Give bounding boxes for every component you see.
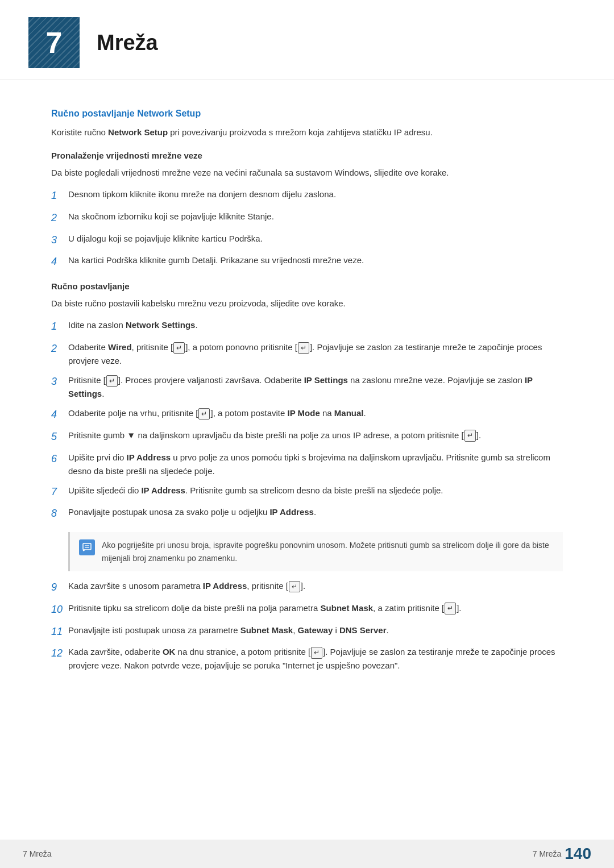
list-item: 11 Ponavljajte isti postupak unosa za pa… <box>51 624 563 640</box>
list-item: 7 Upišite sljedeći dio IP Address. Priti… <box>51 484 563 500</box>
list-item: 3 U dijalogu koji se pojavljuje kliknite… <box>51 232 563 248</box>
footer-chapter-text: 7 Mreža <box>533 849 562 858</box>
section-heading: Ručno postavljanje Network Setup <box>51 109 563 119</box>
list-item: 10 Pritisnite tipku sa strelicom dolje d… <box>51 601 563 618</box>
main-content: Ručno postavljanje Network Setup Koristi… <box>0 80 614 717</box>
note-svg-icon <box>82 542 92 553</box>
footer-page-number: 140 <box>565 845 591 863</box>
list-item: 4 Na kartici Podrška kliknite gumb Detal… <box>51 254 563 270</box>
note-box: Ako pogriješite pri unosu broja, ispravi… <box>68 532 563 571</box>
chapter-number: 7 <box>46 26 63 60</box>
footer: 7 Mreža 7 Mreža 140 <box>0 840 614 868</box>
list-item: 5 Pritisnite gumb ▼ na daljinskom upravl… <box>51 429 563 445</box>
footer-chapter-label: 7 Mreža <box>23 849 52 858</box>
sub2-steps-cont: 9 Kada završite s unosom parametra IP Ad… <box>51 579 563 672</box>
list-item: 6 Upišite prvi dio IP Address u prvo pol… <box>51 451 563 478</box>
list-item: 3 Pritisnite [↵]. Proces provjere valjan… <box>51 373 563 401</box>
list-item: 4 Odaberite polje na vrhu, pritisnite [↵… <box>51 406 563 423</box>
list-item: 12 Kada završite, odaberite OK na dnu st… <box>51 645 563 672</box>
list-item: 8 Ponavljajte postupak unosa za svako po… <box>51 505 563 522</box>
chapter-header: 7 Mreža <box>0 0 614 80</box>
chapter-title: Mreža <box>97 31 158 55</box>
note-icon <box>79 539 95 555</box>
sub-heading-2: Ručno postavljanje <box>51 281 563 291</box>
footer-right: 7 Mreža 140 <box>533 845 591 863</box>
sub-heading-1: Pronalaženje vrijednosti mrežne veze <box>51 151 563 160</box>
note-text: Ako pogriješite pri unosu broja, ispravi… <box>102 539 554 564</box>
section-intro: Koristite ručno Network Setup pri povezi… <box>51 126 563 139</box>
sub2-intro: Da biste ručno postavili kabelsku mrežnu… <box>51 297 563 310</box>
sub1-intro: Da biste pogledali vrijednosti mrežne ve… <box>51 166 563 180</box>
list-item: 1 Desnom tipkom kliknite ikonu mreže na … <box>51 188 563 204</box>
list-item: 2 Odaberite Wired, pritisnite [↵], a pot… <box>51 340 563 368</box>
list-item: 9 Kada završite s unosom parametra IP Ad… <box>51 579 563 596</box>
sub2-steps: 1 Idite na zaslon Network Settings. 2 Od… <box>51 318 563 522</box>
list-item: 1 Idite na zaslon Network Settings. <box>51 318 563 335</box>
list-item: 2 Na skočnom izborniku koji se pojavljuj… <box>51 210 563 226</box>
chapter-number-block: 7 <box>28 17 80 68</box>
svg-rect-0 <box>83 543 91 550</box>
sub1-steps: 1 Desnom tipkom kliknite ikonu mreže na … <box>51 188 563 270</box>
